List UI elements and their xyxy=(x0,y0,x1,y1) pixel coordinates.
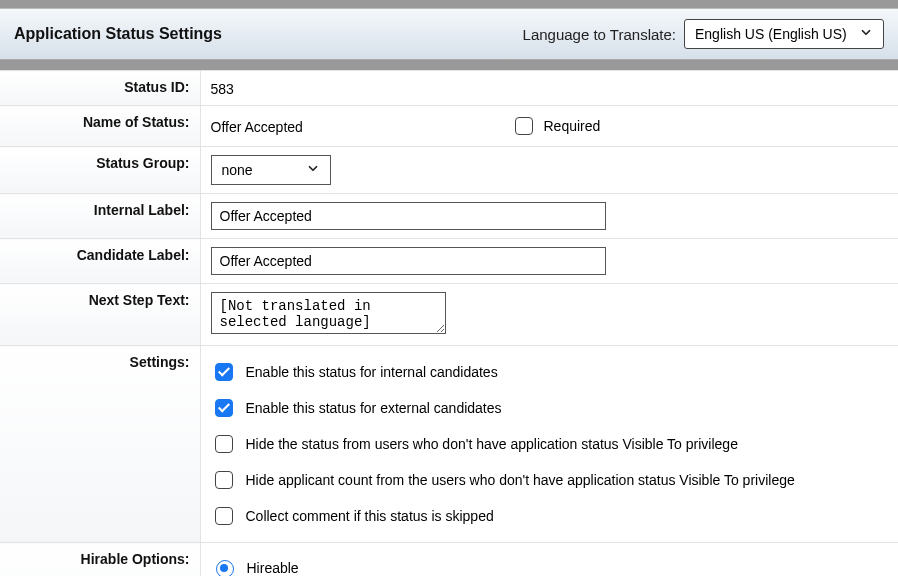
enable-external-label: Enable this status for external candidat… xyxy=(246,400,502,416)
language-label: Language to Translate: xyxy=(523,26,676,43)
status-group-value: none xyxy=(222,162,253,178)
settings-form: Status ID: 583 Name of Status: Offer Acc… xyxy=(0,70,898,576)
hide-count-label: Hide applicant count from the users who … xyxy=(246,472,795,488)
hide-status-label: Hide the status from users who don't hav… xyxy=(246,436,738,452)
language-select-value: English US (English US) xyxy=(695,26,847,42)
hireable-label: Hireable xyxy=(247,560,299,576)
label-name-of-status: Name of Status: xyxy=(0,106,200,147)
required-label: Required xyxy=(544,118,601,134)
label-candidate-label: Candidate Label: xyxy=(0,239,200,284)
candidate-label-input[interactable] xyxy=(211,247,606,275)
label-status-group: Status Group: xyxy=(0,147,200,194)
hide-count-checkbox[interactable] xyxy=(215,471,233,489)
page-header: Application Status Settings Language to … xyxy=(0,8,898,60)
status-id-value: 583 xyxy=(211,79,234,97)
internal-label-input[interactable] xyxy=(211,202,606,230)
chevron-down-icon xyxy=(859,26,873,43)
divider-bar xyxy=(0,60,898,70)
language-select[interactable]: English US (English US) xyxy=(684,19,884,49)
top-bar xyxy=(0,0,898,8)
next-step-textarea[interactable] xyxy=(211,292,446,334)
required-checkbox[interactable] xyxy=(515,117,533,135)
label-hirable-options: Hirable Options: xyxy=(0,543,200,577)
label-status-id: Status ID: xyxy=(0,71,200,106)
label-next-step-text: Next Step Text: xyxy=(0,284,200,346)
collect-comment-label: Collect comment if this status is skippe… xyxy=(246,508,494,524)
enable-internal-label: Enable this status for internal candidat… xyxy=(246,364,498,380)
enable-external-checkbox[interactable] xyxy=(215,399,233,417)
hireable-radio[interactable] xyxy=(216,560,234,576)
enable-internal-checkbox[interactable] xyxy=(215,363,233,381)
collect-comment-checkbox[interactable] xyxy=(215,507,233,525)
label-settings: Settings: xyxy=(0,346,200,543)
language-selector-wrap: Language to Translate: English US (Engli… xyxy=(523,19,884,49)
name-of-status-value: Offer Accepted xyxy=(211,117,451,135)
hide-status-checkbox[interactable] xyxy=(215,435,233,453)
label-internal-label: Internal Label: xyxy=(0,194,200,239)
chevron-down-icon xyxy=(306,162,320,179)
page-title: Application Status Settings xyxy=(14,25,222,43)
status-group-select[interactable]: none xyxy=(211,155,331,185)
